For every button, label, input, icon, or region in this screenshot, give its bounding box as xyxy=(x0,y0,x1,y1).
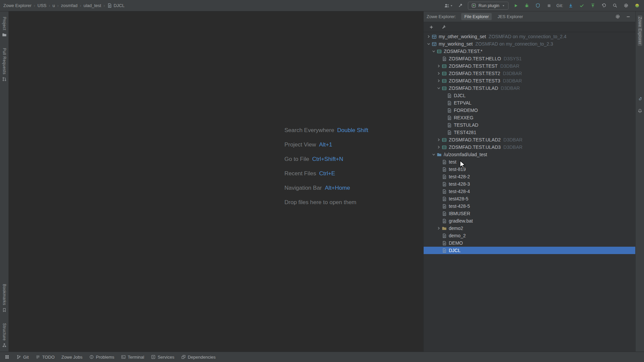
stop-button[interactable] xyxy=(545,2,553,10)
tree-row[interactable]: my_other_working_setZOSMFAD on my_connec… xyxy=(424,33,635,40)
tree-row[interactable]: test-428-3 xyxy=(424,180,635,188)
tree-row[interactable]: test-428-4 xyxy=(424,188,635,195)
ide-status-button[interactable] xyxy=(633,2,641,10)
tool-window-button-pull-requests[interactable]: Pull Requests xyxy=(2,47,7,83)
tool-window-button-bookmarks[interactable]: Bookmarks xyxy=(2,283,7,314)
git-commit-button[interactable] xyxy=(578,2,585,10)
tree-row[interactable]: ZOSMFAD.TEST.ULADD3DBAR xyxy=(424,84,635,92)
tree-row[interactable]: demo2 xyxy=(424,225,635,232)
tree-row[interactable]: ZOSMFAD.TEST.HELLOD3SYS1 xyxy=(424,55,635,62)
tool-window-button-structure[interactable]: Structure xyxy=(2,322,7,349)
statusbar-item-label: Services xyxy=(158,355,174,360)
hide-panel-button[interactable] xyxy=(624,13,632,21)
dataset-icon xyxy=(436,49,442,54)
chevron-right-icon[interactable] xyxy=(436,63,441,69)
tool-window-button-project[interactable]: Project xyxy=(2,15,7,39)
tree-row[interactable]: test-428-2 xyxy=(424,173,635,180)
tree-row[interactable]: ZOSMFAD.TEST.ULAD2D3DBAR xyxy=(424,136,635,143)
chevron-right-icon[interactable] xyxy=(436,137,441,142)
tree-row[interactable]: ZOSMFAD.TEST.TEST2D3DBAR xyxy=(424,70,635,77)
breadcrumb-item[interactable]: USS xyxy=(38,3,47,8)
settings-button[interactable] xyxy=(622,2,630,10)
tree-row[interactable]: ZOSMFAD.TEST.* xyxy=(424,48,635,55)
hammer-icon xyxy=(458,3,463,8)
statusbar-item-problems[interactable]: Problems xyxy=(86,352,117,362)
tree-row[interactable]: DJCL xyxy=(424,92,635,99)
user-group-button[interactable] xyxy=(444,2,453,10)
run-configuration-combo[interactable]: Run plugin xyxy=(468,2,508,10)
statusbar-item-zowe-jobs[interactable]: Zowe Jobs xyxy=(58,352,86,362)
right-stripe-top: Zowe Explorer xyxy=(636,15,644,46)
tree-row[interactable]: test xyxy=(424,158,635,166)
tree-row[interactable]: TEST4281 xyxy=(424,129,635,136)
wrench-icon xyxy=(442,25,446,29)
chevron-down-icon[interactable] xyxy=(436,85,441,91)
chevron-right-icon[interactable] xyxy=(436,78,441,83)
breadcrumb: Zowe Explorer›USS›u›zosmfad›ulad_test›DJ… xyxy=(3,3,124,8)
search-everywhere-button[interactable] xyxy=(611,2,619,10)
tool-window-button-gradle[interactable] xyxy=(638,95,642,103)
tree-row[interactable]: ZOSMFAD.TEST.TESTD3DBAR xyxy=(424,62,635,70)
statusbar-item-dependencies[interactable]: Dependencies xyxy=(178,352,219,362)
run-with-coverage-button[interactable] xyxy=(534,2,542,10)
shortcut-hint-key: Double Shift xyxy=(337,127,368,134)
add-working-set-button[interactable] xyxy=(428,23,435,31)
gear-icon xyxy=(624,3,629,8)
tree-row[interactable]: REXXEG xyxy=(424,114,635,121)
shortcut-hint-key: Ctrl+E xyxy=(319,170,335,177)
breadcrumb-item[interactable]: DJCL xyxy=(107,3,125,8)
tree-row[interactable]: ZOSMFAD.TEST.TEST3D3DBAR xyxy=(424,77,635,84)
shortcut-hint-label: Navigation Bar xyxy=(284,185,322,191)
tool-window-label: Structure xyxy=(2,323,7,341)
tree-row[interactable]: IBMUSER xyxy=(424,210,635,217)
tree-row[interactable]: DJCL xyxy=(424,247,635,254)
breadcrumb-item[interactable]: ulad_test xyxy=(84,3,101,8)
statusbar-item-todo[interactable]: TODO xyxy=(33,352,58,362)
chevron-right-icon[interactable] xyxy=(436,144,441,150)
tree-row[interactable]: demo_2 xyxy=(424,232,635,239)
statusbar-item-terminal[interactable]: Terminal xyxy=(118,352,147,362)
tree-row[interactable]: test-819 xyxy=(424,166,635,173)
tree-item-suffix: D3DBAR xyxy=(501,85,520,91)
tree-row[interactable]: test428-5 xyxy=(424,195,635,202)
git-rollback-button[interactable] xyxy=(600,2,607,10)
run-button[interactable] xyxy=(512,2,520,10)
statusbar-item-services[interactable]: Services xyxy=(148,352,177,362)
member-icon xyxy=(441,159,447,165)
tool-window-button-zowe-explorer[interactable]: Zowe Explorer xyxy=(638,15,642,46)
tree-row[interactable]: /u/zosmfad/ulad_test xyxy=(424,151,635,158)
tree-row[interactable]: ZOSMFAD.TEST.ULAD3D3DBAR xyxy=(424,143,635,151)
debug-button[interactable] xyxy=(523,2,531,10)
chevron-down-icon[interactable] xyxy=(431,152,436,157)
tree-row[interactable]: test-428-5 xyxy=(424,202,635,210)
tree-row[interactable]: gradlew.bat xyxy=(424,217,635,225)
breadcrumb-item[interactable]: Zowe Explorer xyxy=(3,3,32,8)
tab-file-explorer[interactable]: File Explorer xyxy=(461,13,492,20)
tree-item-label: gradlew.bat xyxy=(449,218,473,224)
chevron-right-icon[interactable] xyxy=(436,226,441,231)
statusbar-item-git[interactable]: Git xyxy=(13,352,32,362)
git-push-button[interactable] xyxy=(589,2,596,10)
git-update-button[interactable] xyxy=(567,2,574,10)
chevron-down-icon[interactable] xyxy=(431,49,436,54)
member-icon xyxy=(441,196,447,201)
chevron-right-icon[interactable] xyxy=(426,34,431,39)
editor-area[interactable]: Search EverywhereDouble ShiftProject Vie… xyxy=(9,11,423,352)
tree-row[interactable]: my_working_setZOSMFAD on my_connection_t… xyxy=(424,40,635,48)
tool-window-switcher-button[interactable] xyxy=(3,352,11,362)
panel-actions-button[interactable] xyxy=(440,23,448,31)
tree-item-label: ZOSMFAD.TEST.ULAD3 xyxy=(449,144,501,150)
breadcrumb-item[interactable]: zosmfad xyxy=(61,3,77,8)
tool-window-button-notifications[interactable] xyxy=(638,107,642,115)
breadcrumb-item[interactable]: u xyxy=(53,3,55,8)
tree-row[interactable]: TESTULAD xyxy=(424,121,635,129)
tree-row[interactable]: ETPVAL xyxy=(424,99,635,107)
tab-jes-explorer[interactable]: JES Explorer xyxy=(494,13,526,20)
panel-settings-button[interactable] xyxy=(613,13,622,21)
tree-row[interactable]: DEMO xyxy=(424,239,635,247)
chevron-down-icon[interactable] xyxy=(426,41,431,47)
build-button[interactable] xyxy=(457,2,464,10)
tree-row[interactable]: FORDEMO xyxy=(424,107,635,114)
tree-item-label: test-428-2 xyxy=(449,174,470,179)
chevron-right-icon[interactable] xyxy=(436,71,441,76)
